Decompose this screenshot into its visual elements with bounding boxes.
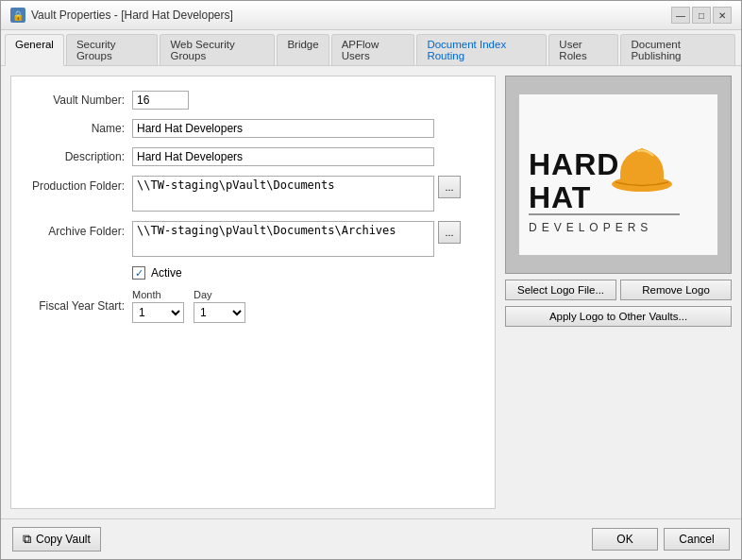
tab-bridge[interactable]: Bridge <box>277 34 329 65</box>
month-select[interactable]: 1 2 3 4 5 6 7 8 9 10 11 12 <box>132 302 184 323</box>
minimize-button[interactable]: — <box>671 7 690 24</box>
copy-vault-button[interactable]: ⧉ Copy Vault <box>12 527 101 552</box>
tab-apflow-users[interactable]: APFlow Users <box>331 34 415 65</box>
month-group: Month 1 2 3 4 5 6 7 8 9 10 11 <box>132 289 184 323</box>
fiscal-year-row: Fiscal Year Start: Month 1 2 3 4 5 6 7 8 <box>21 289 485 323</box>
cancel-button[interactable]: Cancel <box>664 528 730 551</box>
fiscal-year-label: Fiscal Year Start: <box>21 299 125 313</box>
select-logo-button[interactable]: Select Logo File... <box>505 280 616 300</box>
archive-folder-browse-button[interactable]: ... <box>438 221 461 244</box>
description-label: Description: <box>21 150 125 163</box>
ok-button[interactable]: OK <box>592 528 658 551</box>
bottom-bar: ⧉ Copy Vault OK Cancel <box>1 518 741 559</box>
title-bar-left: 🔒 Vault Properties - [Hard Hat Developer… <box>10 8 233 23</box>
content-area: Vault Number: Name: Description: Product… <box>1 66 741 518</box>
svg-text:HAT: HAT <box>529 180 591 214</box>
description-row: Description: <box>21 147 485 166</box>
production-folder-input[interactable]: \\TW-staging\pVault\Documents <box>132 176 434 212</box>
vault-number-row: Vault Number: <box>21 91 485 110</box>
vault-number-label: Vault Number: <box>21 93 125 107</box>
vault-number-input[interactable] <box>132 91 189 110</box>
logo-inner: HARD HAT DEVELOPERS <box>519 94 717 255</box>
apply-logo-button[interactable]: Apply Logo to Other Vaults... <box>505 306 732 327</box>
window-icon: 🔒 <box>10 8 25 23</box>
tab-user-roles[interactable]: User Roles <box>548 34 618 65</box>
window-title: Vault Properties - [Hard Hat Developers] <box>31 8 233 22</box>
archive-folder-input[interactable]: \\TW-staging\pVault\Documents\Archives <box>132 221 434 257</box>
svg-text:HARD: HARD <box>529 147 619 181</box>
logo-container: HARD HAT DEVELOPERS <box>505 76 732 274</box>
production-folder-row: Production Folder: \\TW-staging\pVault\D… <box>21 176 485 212</box>
day-select[interactable]: 1 2 3 4 5 <box>194 302 245 323</box>
month-sublabel: Month <box>132 289 184 300</box>
title-bar-buttons: — □ ✕ <box>671 7 732 24</box>
tab-document-publishing[interactable]: Document Publishing <box>620 34 735 65</box>
tab-bar: General Security Groups Web Security Gro… <box>1 30 741 66</box>
name-row: Name: <box>21 119 485 138</box>
right-panel: HARD HAT DEVELOPERS Select Logo File... … <box>505 76 732 509</box>
remove-logo-button[interactable]: Remove Logo <box>620 280 732 300</box>
close-button[interactable]: ✕ <box>713 7 732 24</box>
production-folder-input-area: \\TW-staging\pVault\Documents ... <box>132 176 461 212</box>
name-input[interactable] <box>132 119 434 138</box>
day-sublabel: Day <box>194 289 245 300</box>
main-window: 🔒 Vault Properties - [Hard Hat Developer… <box>0 0 742 560</box>
archive-folder-row: Archive Folder: \\TW-staging\pVault\Docu… <box>21 221 485 257</box>
maximize-button[interactable]: □ <box>692 7 711 24</box>
logo-btn-row: Select Logo File... Remove Logo <box>505 280 732 300</box>
logo-svg: HARD HAT DEVELOPERS <box>524 99 713 250</box>
production-folder-label: Production Folder: <box>21 176 125 193</box>
tab-web-security-groups[interactable]: Web Security Groups <box>160 34 275 65</box>
bottom-right: OK Cancel <box>592 528 730 551</box>
active-row: ✓ Active <box>21 266 485 280</box>
archive-folder-label: Archive Folder: <box>21 221 125 238</box>
name-label: Name: <box>21 122 125 135</box>
active-checkbox[interactable]: ✓ <box>132 266 145 280</box>
archive-folder-input-area: \\TW-staging\pVault\Documents\Archives .… <box>132 221 461 257</box>
title-bar: 🔒 Vault Properties - [Hard Hat Developer… <box>1 1 741 30</box>
copy-vault-label: Copy Vault <box>36 533 91 546</box>
production-folder-browse-button[interactable]: ... <box>438 176 461 198</box>
left-panel: Vault Number: Name: Description: Product… <box>10 76 496 509</box>
day-group: Day 1 2 3 4 5 <box>194 289 245 323</box>
tab-general[interactable]: General <box>5 34 64 66</box>
active-label: Active <box>151 266 182 280</box>
fiscal-fields: Month 1 2 3 4 5 6 7 8 9 10 11 <box>132 289 245 323</box>
description-input[interactable] <box>132 147 434 166</box>
bottom-left: ⧉ Copy Vault <box>12 527 101 552</box>
tab-security-groups[interactable]: Security Groups <box>66 34 159 65</box>
tab-document-index-routing[interactable]: Document Index Routing <box>416 34 547 65</box>
copy-icon: ⧉ <box>23 532 31 547</box>
svg-text:DEVELOPERS: DEVELOPERS <box>529 221 652 234</box>
